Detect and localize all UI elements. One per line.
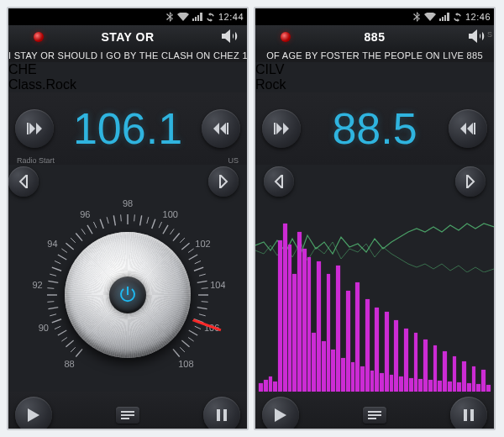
spectrum-bar [307, 257, 312, 392]
svg-line-21 [81, 229, 86, 234]
spectrum-bar [385, 312, 389, 392]
svg-text:92: 92 [32, 280, 42, 290]
spectrum-bar [346, 291, 350, 392]
tuning-dial[interactable] [65, 232, 191, 358]
svg-line-13 [50, 274, 56, 276]
spectrum-bar [448, 382, 452, 392]
svg-line-52 [189, 330, 197, 335]
svg-line-18 [66, 243, 73, 250]
spectrum-bar [355, 282, 360, 392]
svg-line-43 [199, 274, 206, 276]
play-icon [28, 408, 39, 422]
next-station-button[interactable] [208, 166, 239, 197]
spectrum-bar [394, 320, 398, 392]
status-bar: 12:46 [255, 8, 494, 25]
top-label-left: CHE [8, 62, 247, 77]
svg-text:88: 88 [64, 359, 74, 369]
spectrum-bars [255, 205, 494, 392]
svg-line-39 [188, 249, 194, 253]
frequency-display: 106.1 [54, 107, 202, 150]
top-label-left: CILV [255, 62, 494, 77]
play-button[interactable] [262, 397, 299, 430]
svg-line-23 [93, 222, 96, 228]
frequency-panel: CHE Class.Rock 106.1 [8, 62, 247, 165]
svg-line-11 [47, 288, 54, 289]
now-playing-ticker: OF AGE BY FOSTER THE PEOPLE ON LIVE 885 [255, 49, 494, 62]
record-indicator[interactable] [34, 32, 44, 42]
svg-line-29 [134, 214, 135, 221]
spectrum-bar [486, 385, 491, 392]
spectrum-bar [336, 266, 340, 392]
status-bar: 12:44 [8, 8, 247, 25]
spectrum-bar [414, 333, 418, 392]
spectrum-bar [331, 350, 335, 392]
signal-icon [439, 13, 449, 21]
chevron-right-icon [465, 175, 475, 188]
bluetooth-icon [412, 12, 421, 22]
prev-station-button[interactable] [264, 166, 294, 197]
playlist-button[interactable] [116, 407, 139, 424]
power-button[interactable] [109, 276, 146, 313]
svg-line-51 [195, 326, 201, 329]
prev-track-button[interactable] [262, 109, 301, 148]
sync-icon [206, 13, 215, 22]
playlist-button[interactable] [363, 407, 386, 424]
clock: 12:44 [218, 12, 244, 22]
spectrum-bar [453, 356, 457, 392]
svg-line-44 [197, 281, 207, 282]
play-button[interactable] [15, 397, 52, 430]
svg-line-47 [202, 302, 208, 303]
spectrum-bar [273, 382, 277, 392]
svg-line-30 [140, 215, 142, 225]
pause-button[interactable] [203, 397, 240, 430]
play-icon [275, 408, 286, 422]
spectrum-bar [269, 376, 273, 392]
spectrum-bar [380, 373, 384, 392]
svg-text:102: 102 [195, 239, 210, 249]
header-title: STAY OR [8, 30, 247, 44]
svg-line-31 [147, 217, 149, 224]
skip-back-icon [27, 123, 42, 134]
speaker-icon[interactable] [469, 29, 487, 47]
spectrum-bar [481, 370, 486, 392]
phone-right: 12:46 885 S OF AGE BY FOSTER THE PEOPLE … [254, 7, 496, 430]
pause-button[interactable] [450, 397, 487, 430]
svg-line-48 [197, 308, 207, 309]
svg-text:94: 94 [47, 239, 57, 249]
spectrum-bar [292, 274, 297, 392]
next-track-button[interactable] [202, 109, 240, 148]
svg-line-41 [195, 261, 201, 263]
spectrum-bar [433, 345, 438, 392]
record-indicator[interactable] [281, 32, 291, 42]
svg-line-15 [55, 261, 60, 263]
playlist-icon [368, 411, 381, 419]
svg-line-9 [47, 302, 54, 303]
frequency-display: 88.5 [301, 107, 449, 150]
spectrum-bar [467, 383, 471, 392]
spectrum-bar [443, 351, 447, 392]
prev-track-button[interactable] [15, 109, 54, 148]
skip-back-icon [274, 123, 289, 134]
chevron-left-icon [274, 175, 284, 188]
next-track-button[interactable] [449, 109, 487, 148]
svg-line-12 [48, 281, 58, 282]
svg-text:108: 108 [178, 359, 193, 369]
speaker-icon[interactable] [222, 29, 240, 47]
pause-icon [464, 409, 474, 421]
nav-label-left: Radio Start [17, 156, 55, 165]
svg-line-54 [181, 340, 189, 347]
visualizer [255, 198, 494, 392]
stage: 12:44 STAY OR I STAY OR SHOULD I GO BY T… [0, 0, 504, 437]
svg-text:104: 104 [210, 280, 225, 290]
spectrum-bar [472, 366, 476, 392]
visualizer-area [255, 198, 494, 392]
svg-line-56 [173, 349, 180, 356]
spectrum-bar [375, 308, 379, 392]
chevron-right-icon [218, 175, 228, 188]
svg-line-37 [180, 238, 185, 243]
chevron-left-icon [18, 175, 29, 188]
svg-line-36 [173, 233, 180, 240]
next-station-button[interactable] [455, 166, 486, 197]
prev-station-button[interactable] [8, 166, 39, 197]
bluetooth-icon [165, 12, 174, 22]
